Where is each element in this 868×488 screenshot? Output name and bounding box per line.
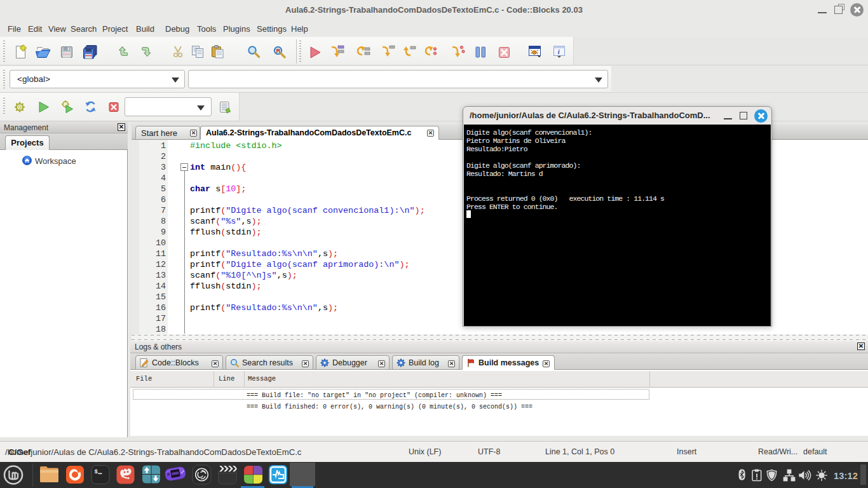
svg-text:$: $ <box>95 469 98 475</box>
